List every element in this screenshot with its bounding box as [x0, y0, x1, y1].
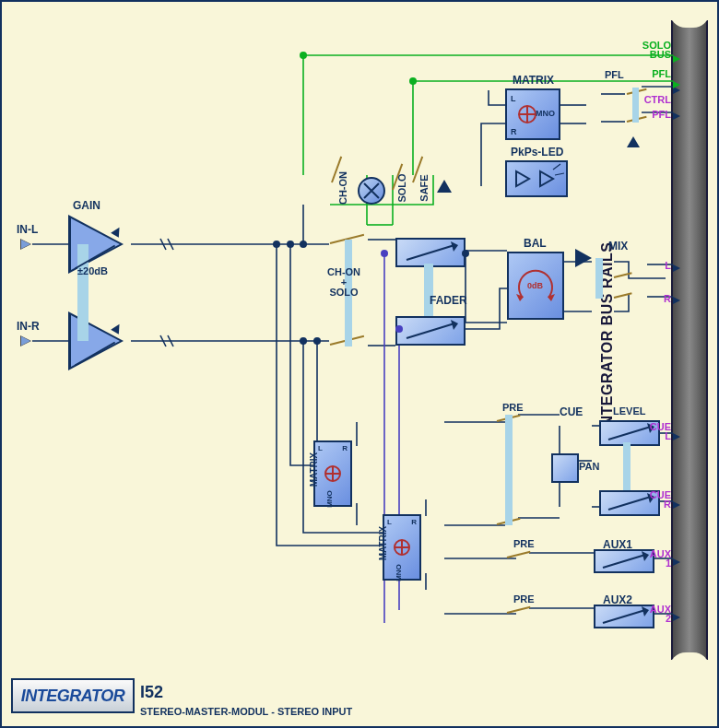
pkps-label: PkPs-LED — [511, 146, 563, 159]
out-pfl2: PFL — [652, 109, 671, 120]
fader-gang-bar — [424, 264, 433, 316]
out-cue-r: CUER — [650, 490, 671, 509]
matrix-top-block: L R MNO — [505, 88, 560, 140]
matrix-label: MATRIX — [309, 452, 319, 487]
node-icon — [462, 250, 469, 257]
module-code: I52 — [140, 683, 163, 702]
input-left-icon — [20, 239, 31, 250]
node-icon — [313, 337, 321, 345]
pfl-label: PFL — [605, 69, 624, 80]
fader-right-block — [395, 316, 466, 346]
gain-gang-bar — [77, 244, 88, 341]
pfl-gang-bar — [632, 88, 639, 123]
led-icon — [627, 136, 640, 147]
node-icon — [300, 52, 307, 59]
matrix-label: MATRIX — [378, 526, 388, 561]
cue-label: CUE — [560, 405, 583, 418]
node-icon — [300, 337, 307, 345]
svg-line-6 — [608, 497, 651, 510]
ch-on-solo-label: CH-ON+SOLO — [327, 267, 360, 298]
svg-point-4 — [395, 540, 409, 555]
mix-gang-bar — [595, 258, 603, 299]
svg-line-7 — [603, 555, 645, 568]
svg-line-1 — [407, 245, 454, 260]
switch-pre-aux1 — [507, 551, 531, 558]
node-icon — [381, 250, 388, 257]
matrix-mno-label: MNO — [536, 109, 555, 118]
bal-block: 0dB — [507, 252, 564, 320]
lamp-icon — [358, 177, 385, 205]
matrix-top-label: MATRIX — [513, 74, 554, 87]
gain-range: ±20dB — [77, 265, 108, 276]
pan-label: PAN — [579, 461, 599, 472]
input-right-label: IN-R — [17, 320, 40, 333]
switch-mix — [614, 272, 632, 278]
node-icon — [300, 241, 307, 248]
pan-block — [551, 453, 579, 483]
svg-line-8 — [603, 610, 645, 623]
pkps-block — [505, 160, 568, 197]
brand-logo: INTEGRATOR — [11, 678, 135, 713]
mix-label: MIX — [608, 240, 628, 252]
aux2-block — [594, 605, 654, 628]
matrix-aux-block: MATRIX L R MNO — [383, 514, 421, 581]
fader-label: FADER — [430, 294, 467, 307]
pre-cue-gang-bar — [505, 415, 513, 525]
matrix-r-label: R — [511, 127, 517, 136]
out-aux2: AUX2 — [650, 605, 671, 623]
safe-label: SAFE — [418, 174, 430, 201]
switch-mix — [614, 292, 632, 299]
level-gang-bar — [623, 442, 631, 490]
node-icon — [395, 325, 403, 333]
level-label: LEVEL — [613, 405, 645, 417]
input-left-label: IN-L — [17, 223, 38, 236]
out-aux1: AUX1 — [650, 549, 671, 568]
out-mix-l: L — [665, 260, 671, 271]
node-icon — [273, 241, 280, 248]
pre-label: PRE — [502, 402, 524, 413]
bal-center-label: 0dB — [527, 281, 543, 290]
svg-line-5 — [608, 427, 651, 440]
bus-rail — [671, 20, 708, 660]
node-icon — [409, 77, 417, 85]
gain-label: GAIN — [73, 199, 100, 212]
bal-label: BAL — [524, 237, 547, 250]
out-ctrl: CTRL — [644, 94, 671, 105]
pre-aux1-label: PRE — [513, 538, 535, 549]
svg-point-0 — [519, 106, 536, 123]
out-mix-r: R — [664, 293, 671, 304]
module-name: STEREO-MASTER-MODUL - STEREO INPUT — [140, 706, 352, 717]
gain-amp-right-icon — [68, 311, 124, 370]
block-diagram: INTEGRATOR BUS RAILS — [0, 0, 719, 728]
solo-label: SOLO — [396, 173, 407, 202]
ch-on-label: CH-ON — [337, 171, 348, 205]
node-icon — [287, 241, 294, 248]
input-right-icon — [20, 335, 31, 346]
out-cue-l: CUEL — [650, 422, 671, 440]
matrix-l-label: L — [511, 94, 516, 103]
svg-line-2 — [407, 323, 454, 338]
mix-amp-icon — [575, 249, 592, 267]
switch-pre-aux2 — [507, 606, 531, 614]
aux1-block — [594, 549, 654, 573]
out-pfl: PFL — [652, 68, 671, 79]
led-icon — [437, 180, 452, 193]
matrix-cue-block: MATRIX L R MNO — [313, 440, 352, 507]
pre-aux2-label: PRE — [513, 593, 535, 605]
svg-point-3 — [325, 466, 340, 481]
out-solo-bus: SOLOBUS — [642, 41, 671, 59]
